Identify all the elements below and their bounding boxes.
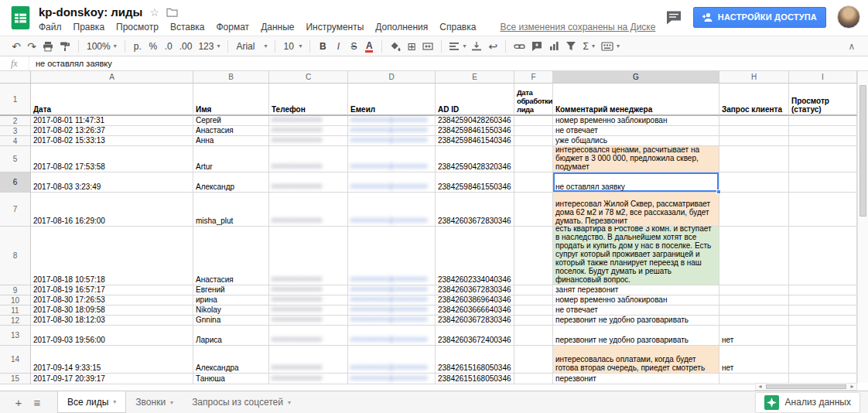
cell-I5[interactable] <box>789 146 857 172</box>
column-header-F[interactable]: F <box>514 71 553 84</box>
cell-F7[interactable] <box>514 193 553 227</box>
cell-A11[interactable]: 2017-08-30 18:09:58 <box>31 305 193 316</box>
cell-I3[interactable] <box>789 126 857 136</box>
cell-E11[interactable]: 23842603666640346 <box>436 305 514 316</box>
cell-G12[interactable]: перезвонит не удобно разговаривать <box>553 316 719 326</box>
cell-B9[interactable]: Евгений <box>193 285 269 295</box>
cell-D8[interactable]: ########@####### <box>348 227 436 285</box>
cell-A10[interactable]: 2017-08-30 17:26:53 <box>31 295 193 305</box>
cell-I1[interactable]: Просмотр (статус) <box>789 84 857 116</box>
cell-D12[interactable]: ########@####### <box>348 316 436 326</box>
row-header-12[interactable]: 12 <box>0 316 31 326</box>
cell-A1[interactable]: Дата <box>31 84 193 116</box>
cell-F3[interactable] <box>514 126 553 136</box>
row-header-5[interactable]: 5 <box>0 146 31 172</box>
column-header-G[interactable]: G <box>553 71 719 84</box>
cell-I10[interactable] <box>789 295 857 305</box>
cell-C12[interactable]: ########### <box>269 316 348 326</box>
cell-B2[interactable]: Сергей <box>193 116 269 126</box>
select-all-corner[interactable] <box>0 71 31 84</box>
cell-H14[interactable]: нет <box>719 346 789 374</box>
row-header-6[interactable]: 6 <box>0 172 31 193</box>
cell-D14[interactable]: ########@####### <box>348 346 436 374</box>
cell-B14[interactable]: Александра <box>193 346 269 374</box>
sheet-tab[interactable]: Все лиды▾ <box>57 391 126 413</box>
cell-G11[interactable]: не отвечает <box>553 305 719 316</box>
cell-H5[interactable] <box>719 146 789 172</box>
avatar[interactable] <box>837 5 860 29</box>
cell-E12[interactable]: 23842603672830346 <box>436 316 514 326</box>
bold-button[interactable]: B <box>316 39 330 54</box>
row-header-13[interactable]: 13 <box>0 326 31 346</box>
italic-button[interactable]: I <box>331 39 345 54</box>
menu-item[interactable]: Правка <box>73 22 105 32</box>
horizontal-align-button[interactable]: ▾ <box>447 39 468 54</box>
cell-E6[interactable]: 23842598461550346 <box>436 172 514 193</box>
sheets-logo-icon[interactable] <box>11 6 31 29</box>
filter-button[interactable] <box>563 39 579 54</box>
insert-chart-button[interactable] <box>546 39 562 54</box>
row-header-8[interactable]: 8 <box>0 227 31 285</box>
cell-E9[interactable]: 23842603672830346 <box>436 285 514 295</box>
format-percent-button[interactable]: % <box>146 39 160 54</box>
row-header-11[interactable]: 11 <box>0 305 31 316</box>
column-header-H[interactable]: H <box>719 71 789 84</box>
print-button[interactable] <box>40 39 56 54</box>
cell-I12[interactable] <box>789 316 857 326</box>
cell-A5[interactable]: 2017-08-02 17:53:58 <box>31 146 193 172</box>
cell-E1[interactable]: AD ID <box>436 84 514 116</box>
cell-I13[interactable] <box>789 326 857 346</box>
cell-B12[interactable]: Gnnina <box>193 316 269 326</box>
row-header-4[interactable]: 4 <box>0 136 31 146</box>
functions-button[interactable]: Σ▾ <box>580 39 596 54</box>
cell-I9[interactable] <box>789 285 857 295</box>
tab-dropdown-icon[interactable]: ▾ <box>170 399 173 406</box>
cell-F2[interactable] <box>514 116 553 126</box>
cell-G14[interactable]: интересовалась оплатами, когда будет гот… <box>553 346 719 374</box>
row-header-1[interactable]: 1 <box>0 84 31 116</box>
cell-E3[interactable]: 23842598461550346 <box>436 126 514 136</box>
cell-G3[interactable]: не отвечает <box>553 126 719 136</box>
cell-I4[interactable] <box>789 136 857 146</box>
vertical-scrollbar[interactable] <box>857 71 868 383</box>
cell-B10[interactable]: ирина <box>193 295 269 305</box>
cell-F4[interactable] <box>514 136 553 146</box>
cell-G4[interactable]: уже общались <box>553 136 719 146</box>
cell-C3[interactable]: ########### <box>269 126 348 136</box>
cell-C4[interactable]: ########### <box>269 136 348 146</box>
row-header-7[interactable]: 7 <box>0 193 31 227</box>
cell-E14[interactable]: 23842615168050346 <box>436 346 514 374</box>
sheet-tab[interactable]: Звонки▾ <box>126 391 183 413</box>
cell-I7[interactable] <box>789 193 857 227</box>
cell-F14[interactable] <box>514 346 553 374</box>
cell-H1[interactable]: Запрос клиента <box>719 84 789 116</box>
cell-I11[interactable] <box>789 305 857 316</box>
cell-G8[interactable]: есть квартира в Ростове 3 комн. и вступа… <box>553 227 719 285</box>
sheet-tab[interactable]: Запросы из соцсетей▾ <box>183 391 300 413</box>
cell-A2[interactable]: 2017-08-01 11:47:31 <box>31 116 193 126</box>
menu-item[interactable]: Дополнения <box>375 22 428 32</box>
cell-G15[interactable]: перезвонит <box>553 374 719 384</box>
cell-H2[interactable] <box>719 116 789 126</box>
cell-F10[interactable] <box>514 295 553 305</box>
scroll-left-icon[interactable]: ◂ <box>756 384 764 390</box>
insert-link-button[interactable] <box>511 39 528 54</box>
horizontal-scrollbar[interactable]: ◂ ▸ <box>755 383 857 391</box>
cell-E8[interactable]: 23842602334040346 <box>436 227 514 285</box>
folder-icon[interactable] <box>166 7 178 17</box>
menu-item[interactable]: Просмотр <box>116 22 159 32</box>
cell-A13[interactable]: 2017-09-03 19:56:00 <box>31 326 193 346</box>
cell-B13[interactable]: Лариса <box>193 326 269 346</box>
menu-item[interactable]: Вставка <box>170 22 205 32</box>
column-header-I[interactable]: I <box>789 71 857 84</box>
cell-A8[interactable]: 2017-08-18 10:57:18 <box>31 227 193 285</box>
cell-I6[interactable] <box>789 172 857 193</box>
redo-button[interactable]: ↷ <box>25 39 39 54</box>
cell-F1[interactable]: Дата обработки лида <box>514 84 553 116</box>
menu-item[interactable]: Формат <box>216 22 249 32</box>
decrease-decimal-button[interactable]: .0 <box>162 39 176 54</box>
cell-H10[interactable] <box>719 295 789 305</box>
add-sheet-button[interactable]: + <box>9 394 28 411</box>
increase-decimal-button[interactable]: .00 <box>177 39 195 54</box>
cell-G9[interactable]: занят перезвонит <box>553 285 719 295</box>
